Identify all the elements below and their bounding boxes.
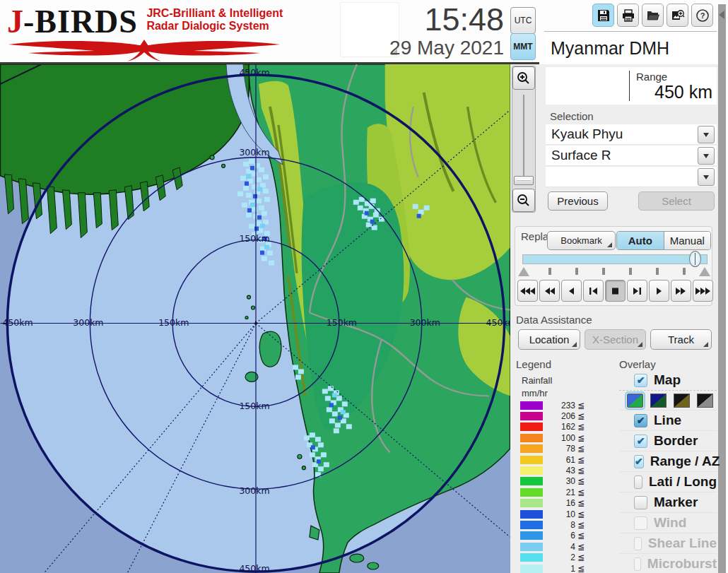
legend-unit: Rainfallmm/hr [522, 374, 552, 400]
logo-birds: -BIRDS [23, 4, 138, 40]
toolbar: ? [592, 4, 713, 27]
map-style-swatch-4[interactable] [697, 394, 713, 408]
panel-collapse-strip[interactable] [718, 4, 726, 573]
range-ring-label: 300km [239, 147, 269, 158]
help-button[interactable]: ? [691, 4, 713, 27]
playback-ff-fast-button[interactable] [671, 280, 691, 302]
range-ring-label: 450km [486, 317, 510, 328]
checkbox-lati-long[interactable] [634, 475, 642, 489]
select-button: Select [638, 191, 715, 211]
checkbox-line[interactable]: ✔ [634, 414, 647, 427]
previous-button[interactable]: Previous [548, 191, 608, 211]
zoom-in-icon [516, 71, 532, 86]
leq-symbol: ≦ [577, 455, 585, 465]
leq-symbol: ≦ [577, 476, 585, 486]
auto-button[interactable]: Auto [617, 232, 664, 249]
range-start-marker[interactable] [518, 267, 529, 276]
zoom-slider-track[interactable] [523, 95, 524, 178]
playback-rew-fast-button[interactable] [539, 280, 560, 302]
print-icon [621, 8, 635, 23]
open-folder-button[interactable] [642, 4, 664, 27]
collapse-arrow-icon [719, 11, 724, 19]
playback-rew-button[interactable] [561, 280, 582, 302]
range-end-marker[interactable] [699, 267, 710, 276]
range-ring-label: 150km [158, 317, 189, 328]
leq-symbol: ≦ [577, 498, 585, 508]
legend-row: 100≦ [520, 432, 611, 443]
checkbox-border[interactable]: ✔ [634, 435, 647, 448]
chevron-down-icon[interactable] [698, 126, 715, 143]
zoom-out-icon [516, 193, 532, 208]
legend-row: 61≦ [520, 454, 611, 465]
replay-slider-track[interactable] [522, 254, 708, 264]
replay-tick-row [515, 266, 713, 278]
zoom-out-button[interactable] [512, 189, 535, 212]
playback-step-fwd-button[interactable] [627, 280, 647, 302]
bookmark-button[interactable]: Bookmark [547, 231, 616, 250]
overlay-row-lati-long: Lati / Long [619, 472, 717, 492]
location-button[interactable]: Location [518, 329, 580, 350]
range-box: Range 450 km [546, 67, 717, 105]
legend-value: 8 [548, 520, 575, 530]
playback-stop-button[interactable] [605, 280, 626, 302]
zoom-in-button[interactable] [512, 66, 535, 90]
legend-value: 43 [548, 466, 575, 475]
add-image-button[interactable] [667, 4, 688, 27]
map-style-swatch-2[interactable] [650, 394, 667, 408]
radar-map[interactable]: 450km300km150km150km300km450km450km300km… [0, 64, 510, 573]
overlay-item-label: Wind [654, 515, 686, 531]
print-button[interactable] [617, 4, 639, 27]
overlay-item-label: Border [654, 433, 698, 449]
station-name: Myanmar DMH [546, 34, 717, 63]
legend-swatch [520, 423, 543, 431]
range-ring-label: 150km [239, 401, 269, 411]
legend-value: 4 [548, 542, 575, 552]
legend-row: 30≦ [520, 476, 611, 487]
map-style-swatch-3[interactable] [674, 394, 690, 408]
range-ring-label: 300km [239, 485, 269, 496]
legend-value: 233 [548, 401, 575, 410]
zoom-slider-handle[interactable] [514, 176, 534, 185]
playback-ff-skip-button[interactable] [693, 280, 713, 302]
mmt-button[interactable]: MMT [510, 33, 536, 60]
replay-slider-handle[interactable] [689, 251, 701, 267]
overlay-item-label: Line [654, 413, 681, 428]
chevron-down-icon[interactable] [698, 168, 715, 186]
add-image-icon [671, 8, 685, 23]
open-folder-icon [646, 8, 660, 23]
legend-value: 30 [548, 476, 575, 486]
selection-dropdown-2[interactable]: Surface R [546, 146, 717, 166]
legend-row: 16≦ [520, 498, 611, 509]
eagle-icon [7, 38, 281, 62]
playback-controls [517, 280, 713, 302]
playback-step-back-button[interactable] [583, 280, 604, 302]
checkbox-marker[interactable] [634, 496, 647, 509]
legend-swatch [520, 401, 543, 410]
map-style-swatch-1[interactable] [627, 394, 643, 408]
save-button[interactable] [592, 4, 614, 27]
dropdown-value: Surface R [551, 148, 611, 163]
range-ring-label: 450km [239, 67, 269, 78]
manual-button[interactable]: Manual [664, 232, 711, 249]
playback-rew-skip-button[interactable] [517, 280, 538, 302]
leq-symbol: ≦ [577, 444, 585, 454]
legend-value: 206 [548, 411, 575, 421]
checkbox-range-az[interactable]: ✔ [634, 455, 644, 468]
playback-play-button[interactable] [649, 280, 669, 302]
rew-skip-icon [519, 287, 536, 295]
legend-swatch [520, 553, 543, 562]
legend-value: 16 [548, 498, 575, 508]
legend-row: 206≦ [520, 410, 611, 421]
selection-dropdown-3[interactable] [546, 167, 717, 187]
overlay-item-label: Microburst [647, 556, 717, 572]
checkbox-map[interactable]: ✔ [634, 374, 647, 387]
chevron-down-icon[interactable] [698, 147, 715, 165]
overlay-row-shear-line: Shear Line [619, 533, 717, 554]
legend-swatch [520, 488, 543, 497]
track-button[interactable]: Track [650, 329, 712, 350]
checkbox-microburst [634, 557, 641, 571]
selection-dropdown-1[interactable]: Kyauk Phyu [546, 124, 717, 145]
utc-button[interactable]: UTC [510, 7, 536, 34]
legend-swatch [520, 466, 543, 475]
legend-value: 100 [548, 433, 575, 443]
